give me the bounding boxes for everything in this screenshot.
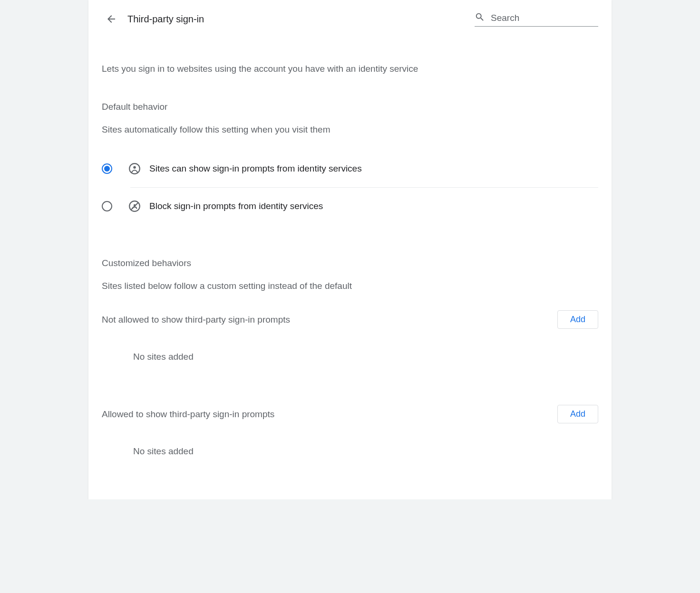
default-behavior-heading: Default behavior xyxy=(102,102,598,112)
allowed-title: Allowed to show third-party sign-in prom… xyxy=(102,409,274,420)
search-input[interactable] xyxy=(491,13,603,23)
radio-button[interactable] xyxy=(102,201,112,211)
add-allowed-button[interactable]: Add xyxy=(557,405,598,423)
page-title: Third-party sign-in xyxy=(127,14,204,25)
arrow-back-icon xyxy=(106,13,117,25)
radio-label: Sites can show sign-in prompts from iden… xyxy=(149,163,362,174)
header: Third-party sign-in xyxy=(88,0,612,32)
add-not-allowed-button[interactable]: Add xyxy=(557,310,598,329)
not-allowed-title: Not allowed to show third-party sign-in … xyxy=(102,315,290,325)
radio-option-allow[interactable]: Sites can show sign-in prompts from iden… xyxy=(102,150,598,187)
person-circle-icon xyxy=(128,163,141,175)
settings-panel: Third-party sign-in Lets you sign in to … xyxy=(88,0,612,499)
radio-button[interactable] xyxy=(102,163,112,174)
block-icon xyxy=(128,200,141,212)
customized-heading: Customized behaviors xyxy=(102,258,598,268)
allowed-header: Allowed to show third-party sign-in prom… xyxy=(102,405,598,423)
search-icon xyxy=(475,12,485,24)
search-field[interactable] xyxy=(475,12,598,27)
not-allowed-empty: No sites added xyxy=(102,352,598,362)
radio-option-block[interactable]: Block sign-in prompts from identity serv… xyxy=(102,188,598,225)
radio-label: Block sign-in prompts from identity serv… xyxy=(149,201,323,211)
radio-group: Sites can show sign-in prompts from iden… xyxy=(102,150,598,225)
allowed-empty: No sites added xyxy=(102,446,598,457)
intro-text: Lets you sign in to websites using the a… xyxy=(102,64,598,74)
default-behavior-subtext: Sites automatically follow this setting … xyxy=(102,124,598,135)
not-allowed-header: Not allowed to show third-party sign-in … xyxy=(102,310,598,329)
back-button[interactable] xyxy=(102,10,121,29)
svg-point-1 xyxy=(133,166,136,169)
customized-subtext: Sites listed below follow a custom setti… xyxy=(102,281,598,291)
